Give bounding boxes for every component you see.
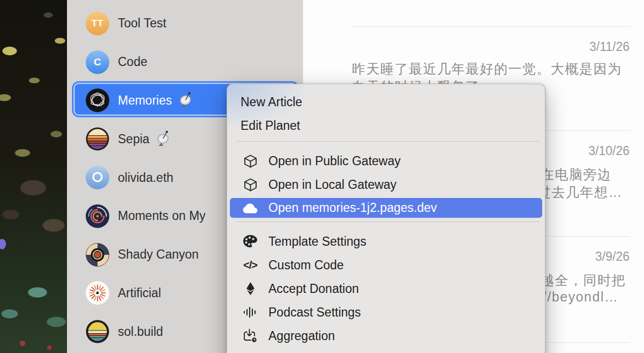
divider [352,26,630,27]
code-icon: </> [242,259,258,271]
menu-item-label: Aggregation [268,329,335,343]
code-monogram-icon: C [86,50,109,74]
menu-item-label: Podcast Settings [268,305,361,320]
article-summary: 在电脑旁边 [541,166,612,183]
menu-item-label: Open memories-1j2.pages.dev [268,201,437,215]
sidebar-item-label: Moments on My [118,209,206,223]
sepia-sunset-icon [86,127,109,151]
cloudflare-cloud-icon [242,202,258,214]
menu-separator [236,222,540,222]
article-summary: 昨天睡了最近几年最好的一觉。大概是因为 [352,60,622,78]
menu-separator [236,141,540,142]
menu-item-label: Custom Code [268,258,344,273]
menu-item-podcast-settings[interactable]: Podcast Settings [227,300,545,324]
memories-scribble-icon [86,89,109,112]
cube-icon [242,178,258,192]
palette-icon [242,234,258,248]
menu-item-accept-donation[interactable]: Accept Donation [227,277,545,300]
menu-item-open-pages-dev[interactable]: Open memories-1j2.pages.dev [230,198,542,218]
sidebar-item-label: Artificial [118,286,161,300]
menu-item-label: Open in Local Gateway [268,178,396,192]
article-date: 3/9/26 [595,249,630,264]
starburst-icon [86,281,109,305]
download-badge-icon [242,328,258,343]
blue-ring-icon [86,166,109,189]
article-summary: //beyondl… [543,289,618,305]
sidebar-item-label: Tool Test [118,16,166,31]
article-summary: 过去几年想… [537,183,623,201]
concentric-arcs-icon [86,204,109,228]
quadrant-target-icon [86,243,109,267]
sidebar-item-tool-test[interactable]: TT Tool Test [67,4,303,43]
menu-item-aggregation[interactable]: Aggregation [227,324,545,348]
menu-item-edit-planet[interactable]: Edit Planet [227,114,545,137]
satellite-dish-icon [156,131,173,147]
article-date: 3/11/26 [589,40,630,54]
sidebar-item-label: Code [118,55,147,69]
menu-item-custom-code[interactable]: </> Custom Code [227,253,545,277]
sol-sunset-icon [86,320,109,343]
context-menu: New Article Edit Planet Open in Public G… [227,84,545,353]
article-date: 3/10/26 [588,144,630,158]
sidebar-item-code[interactable]: C Code [67,43,303,82]
article-summary: 越全，同时把 [541,271,626,289]
menu-item-open-public-gateway[interactable]: Open in Public Gateway [227,149,545,173]
sidebar-item-label: Shady Canyon [118,247,199,262]
menu-item-template-settings[interactable]: Template Settings [227,230,545,253]
tool-test-monogram-icon: TT [86,12,109,35]
menu-item-open-local-gateway[interactable]: Open in Local Gateway [227,173,545,196]
menu-item-label: Accept Donation [268,282,359,296]
sidebar-item-label: olivida.eth [118,171,174,185]
menu-item-new-article[interactable]: New Article [227,90,545,114]
menu-item-label: New Article [241,95,302,109]
desktop-wallpaper [0,0,67,353]
sidebar-item-label: Memories [118,93,172,108]
sidebar-item-label: Sepia [118,132,149,146]
menu-item-label: Edit Planet [241,119,300,133]
waveform-icon [242,305,258,319]
menu-item-label: Open in Public Gateway [268,154,401,168]
satellite-dish-icon [178,92,196,108]
menu-item-label: Template Settings [268,234,366,249]
ethereum-icon [242,282,258,296]
sidebar-item-label: sol.build [118,325,163,339]
cube-icon [242,154,258,168]
